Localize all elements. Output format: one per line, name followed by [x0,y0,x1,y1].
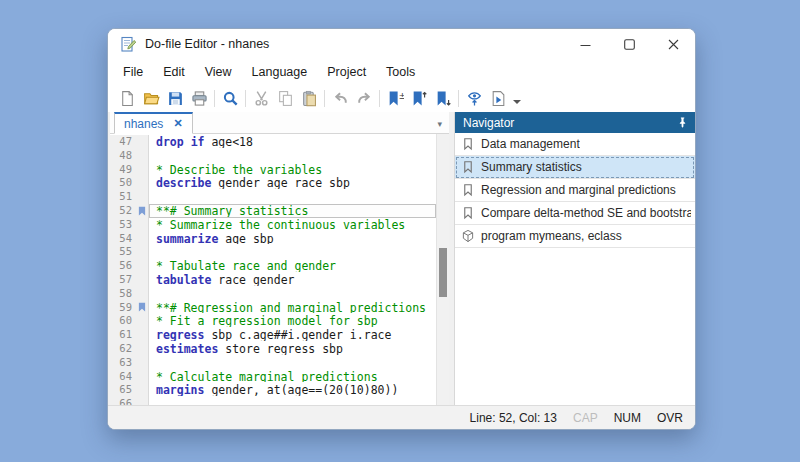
line-number: 49 [110,163,135,177]
code-line-62[interactable]: 62estimates store regress_sbp [110,342,436,356]
find-button[interactable] [218,87,242,110]
line-text [149,356,436,370]
line-text: * Tabulate race and gender [149,259,436,273]
code-line-57[interactable]: 57tabulate race gender [110,273,436,287]
bookmark-gutter[interactable] [135,190,149,204]
menu-file[interactable]: File [113,62,153,82]
bookmark-icon[interactable] [135,204,149,218]
maximize-button[interactable] [607,29,651,59]
minimize-button[interactable] [563,29,607,59]
print-button[interactable] [187,87,211,110]
line-text: drop if age<18 [149,135,436,149]
code-line-64[interactable]: 64* Calculate marginal predictions [110,370,436,384]
navigator-item-regression-and-marginal-predictions[interactable]: Regression and marginal predictions [455,179,695,202]
bookmark-gutter[interactable] [135,383,149,397]
tab-overflow-caret-icon[interactable]: ▾ [437,119,449,133]
bookmark-gutter[interactable] [135,397,149,405]
bookmark-gutter[interactable] [135,135,149,149]
bookmark-gutter[interactable] [135,232,149,246]
pin-icon[interactable] [676,116,689,129]
line-text: **# Regression and marginal predictions [149,301,436,315]
cut-button[interactable] [249,87,273,110]
editor-vertical-scrollbar[interactable] [436,134,449,405]
line-text: * Describe the variables [149,163,436,177]
bookmark-gutter[interactable] [135,245,149,259]
toolbar-separator [245,90,246,107]
menu-project[interactable]: Project [317,62,376,82]
scrollbar-thumb[interactable] [439,248,447,297]
copy-button[interactable] [273,87,297,110]
tab-close-icon[interactable]: ✕ [173,117,182,130]
code-line-47[interactable]: 47drop if age<18 [110,135,436,149]
code-line-56[interactable]: 56* Tabulate race and gender [110,259,436,273]
code-line-59[interactable]: 59**# Regression and marginal prediction… [110,301,436,315]
bookmark-gutter[interactable] [135,356,149,370]
code-line-49[interactable]: 49* Describe the variables [110,163,436,177]
bookmark-icon[interactable] [135,301,149,315]
code-line-54[interactable]: 54summarize age sbp [110,232,436,246]
menu-edit[interactable]: Edit [153,62,195,82]
navigator-header: Navigator [455,112,695,133]
execute-do-button[interactable] [486,87,510,110]
bookmark-gutter[interactable] [135,370,149,384]
cursor-position: Line: 52, Col: 13 [470,411,557,425]
bookmark-gutter[interactable] [135,149,149,163]
code-line-51[interactable]: 51 [110,190,436,204]
tab-nhanes[interactable]: nhanes ✕ [114,112,193,134]
navigator-item-summary-statistics[interactable]: Summary statistics [455,156,695,179]
code-line-61[interactable]: 61regress sbp c.age##i.gender i.race [110,328,436,342]
code-line-63[interactable]: 63 [110,356,436,370]
menu-bar: FileEditViewLanguageProjectTools [108,59,695,85]
bookmark-gutter[interactable] [135,259,149,273]
paste-button[interactable] [297,87,321,110]
menu-tools[interactable]: Tools [376,62,425,82]
redo-button[interactable] [352,87,376,110]
dofile-document-pencil-icon [120,36,137,53]
code-line-52[interactable]: 52**# Summary statistics [110,204,436,218]
previous-bookmark-button[interactable] [407,87,431,110]
toolbar-separator [214,90,215,107]
bookmark-gutter[interactable] [135,176,149,190]
bookmark-gutter[interactable] [135,328,149,342]
execute-options-caret-icon[interactable] [510,87,524,110]
code-line-60[interactable]: 60* Fit a regression model for sbp [110,314,436,328]
code-line-48[interactable]: 48 [110,149,436,163]
window-controls [563,29,695,59]
bookmark-gutter[interactable] [135,342,149,356]
preview-button[interactable] [462,87,486,110]
undo-button[interactable] [328,87,352,110]
navigator-item-program-mymeans-eclass[interactable]: program mymeans, eclass [455,225,695,248]
toolbar-separator [458,90,459,107]
toggle-bookmark-button[interactable]: ± [383,87,407,110]
navigator-item-data-management[interactable]: Data management [455,133,695,156]
line-number: 63 [110,356,135,370]
svg-text:±: ± [398,91,403,101]
bookmark-gutter[interactable] [135,218,149,232]
code-line-58[interactable]: 58 [110,287,436,301]
line-text [149,397,436,405]
open-button[interactable] [139,87,163,110]
new-do-file-button[interactable] [115,87,139,110]
code-line-53[interactable]: 53* Summarize the continuous variables [110,218,436,232]
next-bookmark-button[interactable] [431,87,455,110]
close-button[interactable] [651,29,695,59]
menu-view[interactable]: View [195,62,242,82]
navigator-item-compare-delta-method-se-and-bootstrap-se[interactable]: Compare delta-method SE and bootstrap SE… [455,202,695,225]
code-editor[interactable]: 47drop if age<184849* Describe the varia… [110,134,449,405]
code-line-65[interactable]: 65margins gender, at(age==(20(10)80)) [110,383,436,397]
menu-language[interactable]: Language [242,62,318,82]
line-number: 48 [110,149,135,163]
tab-bar: nhanes ✕ ▾ [110,112,449,134]
navigator-item-label: Data management [481,137,580,151]
navigator-item-label: program mymeans, eclass [481,229,622,243]
code-line-66[interactable]: 66 [110,397,436,405]
code-line-50[interactable]: 50describe gender age race sbp [110,176,436,190]
bookmark-gutter[interactable] [135,273,149,287]
bookmark-gutter[interactable] [135,287,149,301]
bookmark-gutter[interactable] [135,163,149,177]
bookmark-icon [461,206,475,220]
line-text [149,149,436,163]
save-button[interactable] [163,87,187,110]
bookmark-gutter[interactable] [135,314,149,328]
code-line-55[interactable]: 55 [110,245,436,259]
